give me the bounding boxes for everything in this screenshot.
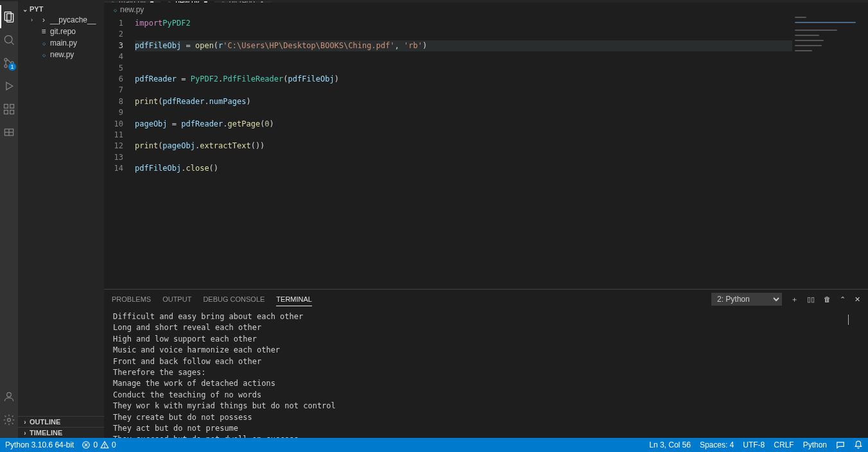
code-line[interactable]: pdfFileObj.close()	[135, 163, 868, 174]
eol[interactable]: CRLF	[774, 440, 794, 449]
code-line[interactable]	[135, 130, 868, 141]
status-bar: Python 3.10.6 64-bit 0 0 Ln 3, Col 56 Sp…	[0, 438, 868, 452]
encoding[interactable]: UTF-8	[743, 440, 765, 449]
terminal-selector[interactable]: 2: Python	[711, 293, 782, 306]
chevron-right-icon: ›	[21, 419, 30, 426]
python-file-icon: ⬦	[113, 5, 117, 14]
folder-name: PYT	[30, 5, 43, 13]
file-icon: ›	[39, 15, 49, 24]
chevron-right-icon: ›	[31, 17, 39, 23]
extensions-icon[interactable]	[0, 98, 18, 121]
svg-point-21	[105, 447, 105, 448]
python-version[interactable]: Python 3.10.6 64-bit	[5, 440, 74, 449]
code-line[interactable]: pdfReader = PyPDF2.PdfFileReader(pdfFile…	[135, 74, 868, 85]
search-icon[interactable]	[0, 28, 18, 51]
code-line[interactable]: print(pdfReader.numPages)	[135, 96, 868, 107]
terminal-line: They create but do not possess	[113, 412, 859, 423]
file-item[interactable]: ≡git.repo	[18, 26, 104, 37]
code-line[interactable]	[135, 51, 868, 62]
svg-point-2	[4, 35, 12, 43]
file-label: main.py	[50, 39, 77, 48]
explorer-icon[interactable]	[0, 5, 18, 28]
terminal-output[interactable]: Difficult and easy bring about each othe…	[104, 309, 868, 438]
indentation[interactable]: Spaces: 4	[700, 440, 734, 449]
terminal-line: Front and back follow each other	[113, 356, 859, 367]
panel-tab-terminal[interactable]: TERMINAL	[276, 293, 312, 306]
minimap[interactable]	[792, 17, 868, 289]
workspace-folder[interactable]: ⌄ PYT	[18, 4, 104, 14]
language-mode[interactable]: Python	[803, 440, 827, 449]
code-line[interactable]	[135, 29, 868, 40]
svg-point-4	[4, 58, 7, 61]
chevron-right-icon: ›	[21, 430, 30, 437]
scm-badge: 1	[8, 63, 16, 71]
file-label: __pycache__	[50, 15, 96, 24]
chevron-down-icon: ⌄	[21, 6, 30, 13]
terminal-line: Therefore the sages:	[113, 367, 859, 378]
file-item[interactable]: ⬦new.py	[18, 49, 104, 60]
panel-tab-output[interactable]: OUTPUT	[162, 293, 191, 306]
file-tree: ››__pycache__≡git.repo⬦main.py⬦new.py	[18, 14, 104, 60]
problems-indicator[interactable]: 0 0	[82, 440, 116, 449]
svg-rect-9	[10, 105, 14, 109]
file-label: git.repo	[50, 27, 76, 36]
line-gutter: 1234567891011121314	[104, 17, 135, 289]
panel-tab-debug-console[interactable]: DEBUG CONSOLE	[203, 293, 265, 306]
main-area: 1 ⌄ PYT ››__pycache__≡git.repo⬦main.py⬦n…	[0, 1, 868, 438]
explorer-sidebar: ⌄ PYT ››__pycache__≡git.repo⬦main.py⬦new…	[18, 1, 104, 438]
terminal-line: They wor k with myriad things but do not…	[113, 401, 859, 412]
code-editor[interactable]: 1234567891011121314 importPyPDF2 pdfFile…	[104, 17, 868, 289]
maximize-panel-icon[interactable]: ⌃	[840, 295, 846, 304]
editor-area: ⬦main.py●⬦new.py●⬦git.repo✕ ⬦ new.py 123…	[104, 1, 868, 438]
activity-bar: 1	[0, 1, 18, 438]
file-icon: ≡	[39, 27, 49, 36]
terminal-line: Long and short reveal each other	[113, 322, 859, 333]
code-line[interactable]: pageObj = pdfReader.getPage(0)	[135, 119, 868, 130]
notifications-icon[interactable]	[854, 440, 863, 449]
terminal-line: High and low support each other	[113, 334, 859, 345]
svg-point-5	[4, 65, 7, 67]
terminal-line: Conduct the teaching of no words	[113, 390, 859, 401]
timeline-section[interactable]: ›TIMELINE	[18, 427, 104, 438]
code-line[interactable]	[135, 85, 868, 96]
table-icon[interactable]	[0, 121, 18, 144]
code-line[interactable]	[135, 63, 868, 74]
panel-tab-row: PROBLEMSOUTPUTDEBUG CONSOLETERMINAL 2: P…	[104, 290, 868, 309]
source-control-icon[interactable]: 1	[0, 51, 18, 74]
outline-section[interactable]: ›OUTLINE	[18, 416, 104, 427]
code-line[interactable]: importPyPDF2	[135, 18, 868, 29]
svg-point-15	[7, 392, 12, 397]
code-line[interactable]: pdfFileObj = open(r'C:\Users\HP\Desktop\…	[135, 40, 868, 51]
code-line[interactable]: print(pageObj.extractText())	[135, 141, 868, 152]
panel-tab-problems[interactable]: PROBLEMS	[112, 293, 151, 306]
svg-rect-11	[10, 110, 14, 114]
breadcrumb[interactable]: ⬦ new.py	[104, 3, 868, 17]
code-line[interactable]	[135, 152, 868, 163]
kill-terminal-icon[interactable]: 🗑	[824, 295, 831, 303]
bottom-panel: PROBLEMSOUTPUTDEBUG CONSOLETERMINAL 2: P…	[104, 289, 868, 438]
code-content[interactable]: importPyPDF2 pdfFileObj = open(r'C:\User…	[135, 17, 868, 289]
cursor-position[interactable]: Ln 3, Col 56	[649, 440, 691, 449]
svg-line-3	[11, 42, 13, 44]
svg-point-16	[8, 419, 11, 422]
file-item[interactable]: ⬦main.py	[18, 37, 104, 49]
split-terminal-icon[interactable]: ▯▯	[807, 295, 815, 304]
file-label: new.py	[50, 50, 74, 59]
terminal-line: Difficult and easy bring about each othe…	[113, 311, 859, 322]
accounts-icon[interactable]	[0, 385, 18, 408]
svg-rect-8	[4, 105, 8, 109]
settings-gear-icon[interactable]	[0, 408, 18, 431]
feedback-icon[interactable]	[836, 440, 845, 449]
terminal-line: Music and voice harmonize each other	[113, 345, 859, 356]
svg-marker-7	[6, 82, 13, 90]
breadcrumb-file: new.py	[120, 5, 144, 14]
file-icon: ⬦	[39, 39, 49, 48]
terminal-line: Manage the work of detached actions	[113, 378, 859, 389]
new-terminal-icon[interactable]: ＋	[791, 295, 798, 304]
terminal-line: They act but do not presume	[113, 423, 859, 434]
close-panel-icon[interactable]: ✕	[855, 295, 860, 304]
run-debug-icon[interactable]	[0, 74, 18, 98]
folder-item[interactable]: ››__pycache__	[18, 14, 104, 26]
text-cursor	[848, 315, 849, 325]
code-line[interactable]	[135, 107, 868, 118]
